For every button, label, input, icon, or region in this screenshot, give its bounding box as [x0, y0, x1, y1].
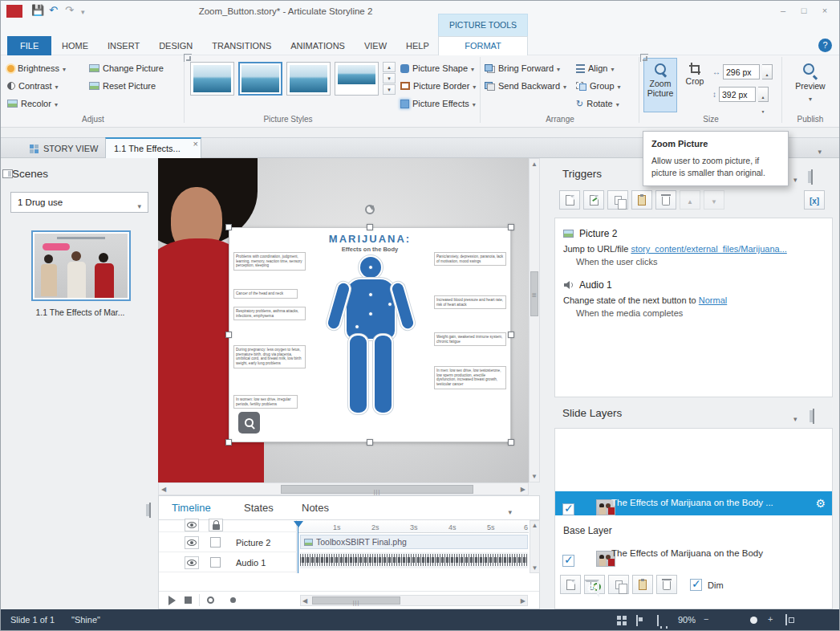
redo-icon[interactable]: ↷	[65, 4, 74, 17]
trigger-link[interactable]: story_content/external_files/Marijuana..…	[631, 244, 786, 254]
selection-handle[interactable]	[225, 332, 232, 338]
scroll-up-icon[interactable]: ▲	[530, 161, 539, 168]
size-dialog-launcher[interactable]	[640, 54, 648, 62]
panel-collapse-icon[interactable]	[811, 169, 813, 185]
visibility-column-button[interactable]	[185, 519, 199, 531]
layer-checkbox[interactable]	[562, 555, 574, 567]
selection-handle[interactable]	[508, 439, 514, 446]
zoom-slider-knob[interactable]	[750, 617, 757, 624]
height-stepper[interactable]	[758, 87, 769, 102]
panel-collapse-icon[interactable]	[813, 409, 814, 424]
tab-list-caret-icon[interactable]	[818, 143, 822, 157]
tab-help[interactable]: HELP	[396, 36, 439, 55]
selected-picture[interactable]: MARIJUANA: Effects on the Body Problems …	[229, 227, 511, 442]
zoom-in-button[interactable]: +	[768, 614, 773, 624]
manage-variables-button[interactable]	[804, 190, 825, 210]
trigger-action[interactable]: Change state of the next button to Norma…	[563, 295, 826, 305]
panel-caret-icon[interactable]	[508, 503, 512, 518]
tab-story-view[interactable]: STORY VIEW	[22, 138, 106, 159]
tab-timeline[interactable]: Timeline	[172, 502, 211, 514]
new-trigger-button[interactable]	[559, 190, 580, 210]
scroll-down-icon[interactable]: ▼	[530, 473, 539, 480]
scene-dropdown[interactable]: 1 Drug use	[10, 192, 148, 213]
preview-button[interactable]: Preview	[790, 58, 830, 112]
trigger-link[interactable]: Normal	[699, 295, 727, 305]
help-button[interactable]: ?	[818, 39, 832, 52]
change-picture-button[interactable]: Change Picture	[89, 60, 164, 76]
picture-styles-dialog-launcher[interactable]	[184, 54, 192, 62]
scroll-left-icon[interactable]: ◀	[302, 597, 307, 605]
tab-file[interactable]: FILE	[7, 36, 51, 55]
styles-more-button[interactable]: ▾	[383, 84, 396, 95]
width-stepper[interactable]	[762, 64, 773, 79]
panel-collapse-icon[interactable]	[2, 169, 13, 178]
tab-states[interactable]: States	[244, 502, 274, 514]
timeline-row[interactable]: Picture 2	[159, 533, 297, 552]
picture-shape-button[interactable]: Picture Shape	[400, 60, 474, 76]
move-trigger-up-button[interactable]	[680, 190, 700, 210]
playhead[interactable]	[294, 521, 303, 527]
tab-slide-active[interactable]: 1.1 The Effects...	[105, 137, 201, 158]
layer-row-selected[interactable]: The Effects of Marijuana on the Body ...	[555, 491, 832, 515]
trigger-action[interactable]: Jump to URL/file story_content/external_…	[563, 244, 826, 254]
zoom-picture-button[interactable]: Zoom Picture	[643, 58, 677, 112]
slide-thumbnail[interactable]	[31, 230, 131, 301]
story-view-button[interactable]	[617, 616, 627, 625]
tab-close-icon[interactable]	[193, 139, 198, 149]
row-checkbox[interactable]	[210, 557, 221, 568]
contrast-button[interactable]: Contrast	[7, 78, 59, 94]
align-button[interactable]: Align	[576, 60, 614, 76]
rotation-handle[interactable]	[365, 205, 375, 214]
close-button[interactable]: ×	[815, 4, 834, 18]
fit-to-window-button[interactable]	[785, 614, 787, 625]
tab-design[interactable]: DESIGN	[149, 36, 202, 55]
tab-view[interactable]: VIEW	[355, 36, 396, 55]
slide-stage[interactable]: MARIJUANA: Effects on the Body Problems …	[158, 158, 529, 482]
scroll-left-icon[interactable]: ◀	[161, 486, 166, 493]
dim-checkbox[interactable]	[690, 579, 702, 591]
timeline-row[interactable]: Audio 1	[159, 553, 297, 572]
audio-waveform[interactable]	[300, 552, 528, 568]
picture-border-button[interactable]: Picture Border	[400, 78, 476, 94]
visibility-toggle[interactable]	[185, 536, 199, 549]
stage-vertical-scrollbar[interactable]: ▲ ▼	[529, 158, 540, 482]
panel-collapse-icon[interactable]	[149, 503, 151, 518]
stage-horizontal-scrollbar[interactable]: ◀ ▶	[158, 482, 529, 495]
brightness-button[interactable]: Brightness	[7, 60, 66, 76]
timeline-horizontal-scrollbar[interactable]: ◀ ▶	[300, 595, 528, 606]
timeline-object-bar[interactable]: ToolboxSBIRT Final.phg	[300, 535, 528, 549]
style-thumbnail-1[interactable]	[190, 62, 234, 96]
picture-effects-button[interactable]: Picture Effects	[400, 96, 476, 112]
scroll-down-icon[interactable]: ▼	[530, 564, 539, 572]
paste-layer-button[interactable]	[632, 575, 653, 594]
rotate-button[interactable]: Rotate	[576, 96, 619, 112]
width-field[interactable]	[723, 64, 760, 79]
bring-forward-button[interactable]: Bring Forward	[485, 60, 560, 76]
copy-layer-button[interactable]	[608, 575, 629, 594]
recolor-button[interactable]: Recolor	[7, 96, 58, 112]
maximize-button[interactable]: □	[794, 4, 814, 18]
send-backward-button[interactable]: Send Backward	[485, 78, 566, 94]
panel-caret-icon[interactable]	[793, 171, 797, 185]
scroll-thumb[interactable]	[312, 596, 400, 605]
zoom-out-button[interactable]: −	[704, 614, 708, 624]
scroll-right-icon[interactable]: ▶	[521, 486, 526, 493]
move-trigger-down-button[interactable]	[704, 190, 724, 210]
delete-trigger-button[interactable]	[655, 190, 676, 210]
style-thumbnail-4[interactable]	[335, 62, 379, 96]
selection-handle[interactable]	[508, 332, 514, 338]
tab-transitions[interactable]: TRANSITIONS	[202, 36, 281, 55]
styles-scroll-up-button[interactable]: ▴	[383, 62, 396, 72]
panel-caret-icon[interactable]	[793, 410, 797, 425]
minimize-button[interactable]: –	[773, 4, 793, 18]
scroll-right-icon[interactable]: ▶	[521, 597, 526, 605]
preview-view-button[interactable]	[657, 615, 659, 626]
save-icon[interactable]: 💾	[31, 4, 44, 17]
quickaccess-caret-icon[interactable]: ▾	[81, 6, 85, 18]
edit-trigger-button[interactable]	[583, 190, 604, 210]
tab-format[interactable]: FORMAT	[438, 36, 528, 55]
layer-row-base[interactable]: The Effects of Marijuana on the Body	[555, 541, 832, 567]
style-thumbnail-2-selected[interactable]	[238, 62, 282, 96]
reset-picture-button[interactable]: Reset Picture	[89, 78, 156, 94]
selection-handle[interactable]	[508, 224, 514, 230]
